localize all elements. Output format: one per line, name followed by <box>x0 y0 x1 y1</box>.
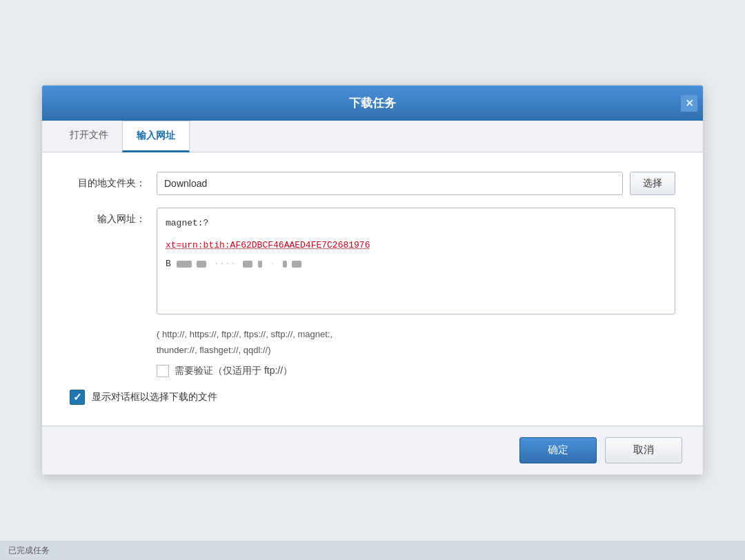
show-dialog-checkbox[interactable]: ✓ <box>70 390 85 405</box>
dialog-footer: 确定 取消 <box>42 426 703 474</box>
redacted-6 <box>292 261 301 268</box>
folder-control-group: 选择 <box>157 172 675 195</box>
show-dialog-label: 显示对话框以选择下载的文件 <box>92 391 217 403</box>
select-folder-button[interactable]: 选择 <box>630 172 675 195</box>
url-hint-line1: ( http://, https://, ftp://, ftps://, sf… <box>157 327 675 342</box>
tab-enter-url[interactable]: 输入网址 <box>122 121 190 152</box>
bottom-bar-text: 已完成任务 <box>8 545 50 557</box>
show-dialog-row: ✓ 显示对话框以选择下载的文件 <box>70 390 675 412</box>
url-line-2: xt=urn:btih:AF62DBCF46AAED4FE7C2681976 <box>166 237 666 253</box>
dialog-title: 下载任务 <box>349 97 396 110</box>
dialog-body: 目的地文件夹： 选择 输入网址： magnet:? xt=urn:btih:AF… <box>42 152 703 425</box>
close-button[interactable]: ✕ <box>681 95 697 112</box>
cancel-button[interactable]: 取消 <box>605 437 682 463</box>
url-display-area[interactable]: magnet:? xt=urn:btih:AF62DBCF46AAED4FE7C… <box>157 208 675 314</box>
checkmark-icon: ✓ <box>73 391 82 403</box>
verify-label: 需要验证（仅适用于 ftp://） <box>175 365 292 377</box>
folder-input[interactable] <box>157 172 623 195</box>
url-line-3: B ···· · <box>166 256 666 272</box>
verify-row: 需要验证（仅适用于 ftp://） <box>157 365 675 377</box>
url-label: 输入网址： <box>70 208 146 226</box>
url-row: 输入网址： magnet:? xt=urn:btih:AF62DBCF46AAE… <box>70 208 675 314</box>
url-hint-line2: thunder://, flashget://, qqdl://) <box>157 343 675 358</box>
confirm-button[interactable]: 确定 <box>519 437 597 463</box>
redacted-3 <box>243 261 252 268</box>
url-hint: ( http://, https://, ftp://, ftps://, sf… <box>157 327 675 357</box>
url-textarea-wrapper: magnet:? xt=urn:btih:AF62DBCF46AAED4FE7C… <box>157 208 675 314</box>
redacted-4 <box>258 261 262 268</box>
redacted-2 <box>197 261 206 268</box>
url-line-1: magnet:? <box>166 215 666 231</box>
folder-row: 目的地文件夹： 选择 <box>70 172 675 195</box>
folder-label: 目的地文件夹： <box>70 172 146 190</box>
url-content-display: magnet:? xt=urn:btih:AF62DBCF46AAED4FE7C… <box>166 215 666 272</box>
dialog-header: 下载任务 ✕ <box>42 86 703 121</box>
tabs-bar: 打开文件 输入网址 <box>42 121 703 152</box>
verify-checkbox[interactable] <box>157 365 169 377</box>
download-task-dialog: 下载任务 ✕ 打开文件 输入网址 目的地文件夹： 选择 <box>41 85 704 474</box>
tab-open-file[interactable]: 打开文件 <box>56 121 122 152</box>
bottom-status-bar: 已完成任务 <box>0 541 745 560</box>
redacted-5 <box>283 261 287 268</box>
redacted-1 <box>177 261 192 268</box>
